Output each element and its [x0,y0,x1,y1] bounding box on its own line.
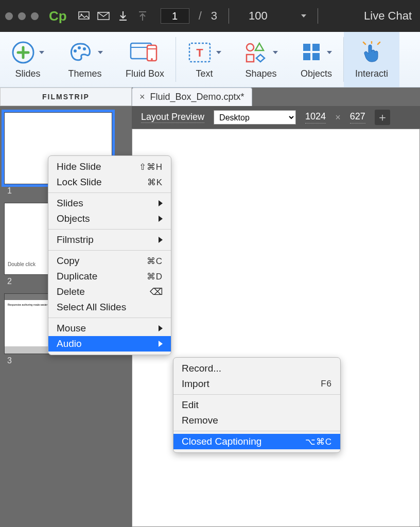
canvas-height[interactable]: 627 [350,111,365,124]
menu-label: Delete [57,286,85,297]
document-tabs: × Fluid_Box_Demo.cptx* [132,87,420,106]
svg-rect-17 [312,44,320,51]
submenu-edit[interactable]: Edit [173,397,340,413]
text-icon: T [187,41,212,64]
divider [229,8,229,24]
shortcut-text: ⌘D [147,271,163,282]
menu-slides[interactable]: Slides [48,196,171,211]
menu-label: Mouse [57,323,86,334]
device-select[interactable]: Desktop [214,110,296,125]
close-window-icon[interactable] [5,12,13,20]
ribbon-label: Slides [15,68,40,79]
close-tab-icon[interactable]: × [139,92,145,102]
menu-label: Closed Captioning [182,436,261,447]
shortcut-text: ⌥⌘C [305,436,332,447]
slide-caption: Double click [8,261,36,267]
menu-delete[interactable]: Delete ⌫ [48,284,171,300]
menu-mouse[interactable]: Mouse [48,321,171,336]
mail-icon[interactable] [97,9,110,23]
hand-click-icon [360,41,383,64]
ribbon-label: Fluid Box [126,68,164,79]
ribbon-label: Interacti [355,68,388,79]
filmstrip-title: FILMSTRIP [0,87,132,106]
menu-duplicate[interactable]: Duplicate ⌘D [48,269,171,284]
ribbon-text[interactable]: T Text [176,32,233,87]
submenu-remove[interactable]: Remove [173,413,340,428]
ribbon-fluid-box[interactable]: Fluid Box [114,32,176,87]
ribbon-label: Themes [68,68,101,79]
svg-rect-0 [79,12,89,19]
current-page-input[interactable] [161,8,189,24]
menu-audio[interactable]: Audio [48,336,171,352]
svg-rect-19 [312,53,320,60]
dimension-x: × [335,112,341,123]
menu-label: Record... [182,363,221,374]
layout-preview-bar: Layout Preview Desktop 1024 × 627 ＋ [132,106,420,129]
menu-separator [173,431,340,431]
submenu-closed-captioning[interactable]: Closed Captioning ⌥⌘C [173,434,340,449]
menu-hide-slide[interactable]: Hide Slide ⇧⌘H [48,159,171,174]
backspace-icon: ⌫ [150,286,163,297]
total-pages: 3 [211,9,217,23]
svg-point-4 [74,49,77,52]
submenu-caret-icon [159,216,163,222]
menu-copy[interactable]: Copy ⌘C [48,253,171,269]
fluid-box-icon [130,41,161,64]
menu-label: Edit [182,399,199,411]
ribbon-label: Text [196,68,213,79]
slide-context-menu: Hide Slide ⇧⌘H Lock Slide ⌘K Slides Obje… [48,155,171,355]
upload-icon [136,9,149,23]
assets-icon[interactable] [77,9,91,23]
svg-point-14 [247,44,254,51]
submenu-caret-icon [159,200,163,206]
menu-separator [48,192,171,193]
submenu-caret-icon [159,325,163,331]
download-icon[interactable] [116,9,130,23]
ribbon-toolbar: Slides Themes Fluid Box T Text [0,32,420,87]
menu-lock-slide[interactable]: Lock Slide ⌘K [48,174,171,190]
menu-label: Lock Slide [57,177,102,188]
menu-label: Filmstrip [57,234,94,245]
svg-rect-18 [303,53,310,60]
layout-preview-label: Layout Preview [141,112,204,123]
audio-submenu: Record... Import F6 Edit Remove Closed C… [173,357,341,453]
svg-point-11 [151,58,153,60]
chevron-down-icon [98,51,103,54]
shortcut-text: ⌘K [147,177,163,188]
window-controls[interactable] [5,12,39,20]
chevron-down-icon[interactable] [301,14,306,17]
chevron-down-icon [327,51,332,54]
document-tab[interactable]: × Fluid_Box_Demo.cptx* [132,87,252,106]
shortcut-text: F6 [321,379,332,389]
add-breakpoint-button[interactable]: ＋ [375,110,390,125]
menu-separator [48,229,171,230]
live-chat-link[interactable]: Live Chat [364,9,412,23]
maximize-window-icon[interactable] [31,12,39,20]
ribbon-themes[interactable]: Themes [56,32,114,87]
menu-objects[interactable]: Objects [48,211,171,226]
svg-point-6 [83,47,86,50]
submenu-caret-icon [159,341,163,347]
zoom-control[interactable]: 100 [249,9,306,23]
minimize-window-icon[interactable] [18,12,26,20]
ribbon-shapes[interactable]: Shapes [233,32,289,87]
ribbon-label: Shapes [246,68,277,79]
svg-point-5 [78,46,81,49]
menu-label: Slides [57,198,83,209]
menu-separator [173,394,340,395]
menu-select-all[interactable]: Select All Slides [48,300,171,315]
menu-label: Audio [57,338,82,349]
zoom-value[interactable]: 100 [249,9,295,23]
ribbon-objects[interactable]: Objects [289,32,343,87]
chevron-down-icon [216,51,221,54]
submenu-record[interactable]: Record... [173,361,340,376]
ribbon-interactions[interactable]: Interacti [344,32,399,87]
submenu-import[interactable]: Import F6 [173,376,340,392]
menu-filmstrip[interactable]: Filmstrip [48,232,171,248]
menu-separator [48,250,171,251]
divider [318,8,318,24]
canvas-width[interactable]: 1024 [305,111,326,124]
ribbon-slides[interactable]: Slides [0,32,56,87]
palette-icon [67,41,94,64]
slide-canvas[interactable] [132,129,420,527]
